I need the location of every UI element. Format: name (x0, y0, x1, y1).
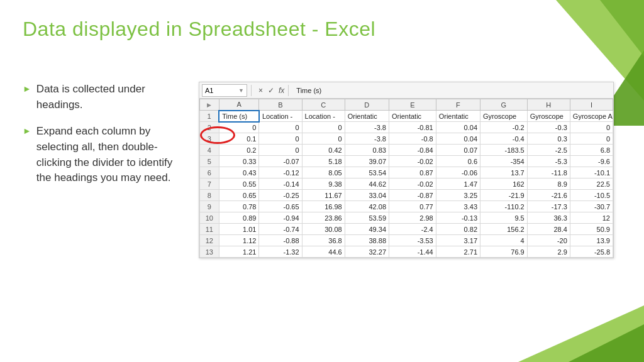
cell-data[interactable]: 0.82 (436, 224, 480, 235)
cell-data[interactable]: 42.08 (345, 201, 389, 212)
cell-data[interactable]: 1.12 (219, 235, 259, 246)
cell-data[interactable]: -11.8 (527, 167, 570, 178)
cell-data[interactable]: 0 (219, 122, 259, 133)
cell-data[interactable]: -17.3 (527, 201, 570, 212)
cell-data[interactable]: 1.01 (219, 224, 259, 235)
cell-data[interactable]: 49.34 (345, 224, 389, 235)
cell-data[interactable]: -5.3 (527, 156, 570, 167)
cell-data[interactable]: -183.5 (480, 145, 528, 156)
col-header-h[interactable]: H (527, 99, 570, 111)
row-num[interactable]: 6 (200, 167, 219, 178)
confirm-icon[interactable]: ✓ (266, 86, 276, 95)
cell-b1[interactable]: Location - (259, 111, 302, 122)
row-num[interactable]: 9 (200, 201, 219, 212)
cell-data[interactable]: -30.7 (570, 201, 613, 212)
cell-data[interactable]: 32.27 (345, 246, 389, 258)
cell-data[interactable]: 0.65 (219, 190, 259, 201)
cell-g1[interactable]: Gyroscope (480, 111, 528, 122)
formula-content[interactable]: Time (s) (292, 87, 611, 94)
cell-data[interactable]: 13.9 (570, 235, 613, 246)
cell-data[interactable]: -0.02 (389, 156, 436, 167)
cell-data[interactable]: 2.98 (389, 212, 436, 224)
row-num[interactable]: 8 (200, 190, 219, 201)
cell-data[interactable]: -10.1 (570, 167, 613, 178)
cell-data[interactable]: -3.53 (389, 235, 436, 246)
cell-data[interactable]: -25.8 (570, 246, 613, 258)
cell-data[interactable]: 16.98 (302, 201, 345, 212)
cell-a1[interactable]: Time (s) (219, 111, 259, 122)
cell-data[interactable]: -0.25 (259, 190, 302, 201)
row-num[interactable]: 3 (200, 133, 219, 145)
col-header-e[interactable]: E (389, 99, 436, 111)
cell-data[interactable]: -0.87 (389, 190, 436, 201)
cell-data[interactable]: 4 (480, 235, 528, 246)
cell-data[interactable]: 1.47 (436, 178, 480, 190)
cell-data[interactable]: -0.81 (389, 122, 436, 133)
cell-data[interactable]: 0.83 (345, 145, 389, 156)
cell-data[interactable]: 0 (302, 122, 345, 133)
cell-data[interactable]: 1.21 (219, 246, 259, 258)
cell-data[interactable]: -1.32 (259, 246, 302, 258)
cell-data[interactable]: 0.3 (527, 133, 570, 145)
cell-data[interactable]: -0.14 (259, 178, 302, 190)
cell-data[interactable]: -0.12 (259, 167, 302, 178)
cell-data[interactable]: 0 (302, 133, 345, 145)
cell-e1[interactable]: Orientatic (389, 111, 436, 122)
cell-data[interactable]: -21.9 (480, 190, 528, 201)
col-header-i[interactable]: I (570, 99, 613, 111)
row-num[interactable]: 5 (200, 156, 219, 167)
cell-data[interactable]: 36.3 (527, 212, 570, 224)
cell-data[interactable]: 8.05 (302, 167, 345, 178)
row-num[interactable]: 2 (200, 122, 219, 133)
cell-data[interactable]: -0.65 (259, 201, 302, 212)
col-header-g[interactable]: G (480, 99, 528, 111)
cell-data[interactable]: 28.4 (527, 224, 570, 235)
cell-data[interactable]: -0.84 (389, 145, 436, 156)
cell-data[interactable]: -3.8 (345, 122, 389, 133)
cell-data[interactable]: 53.54 (345, 167, 389, 178)
cell-data[interactable]: 0.55 (219, 178, 259, 190)
cell-data[interactable]: 13.7 (480, 167, 528, 178)
cell-data[interactable]: 156.2 (480, 224, 528, 235)
cell-data[interactable]: 0.04 (436, 133, 480, 145)
cell-data[interactable]: -1.44 (389, 246, 436, 258)
cell-data[interactable]: -0.02 (389, 178, 436, 190)
cell-data[interactable]: 0.43 (219, 167, 259, 178)
cell-data[interactable]: 9.5 (480, 212, 528, 224)
cell-data[interactable]: 50.9 (570, 224, 613, 235)
cell-data[interactable]: -10.5 (570, 190, 613, 201)
col-header-c[interactable]: C (302, 99, 345, 111)
cell-data[interactable]: -0.94 (259, 212, 302, 224)
cell-data[interactable]: -0.4 (480, 133, 528, 145)
cell-data[interactable]: 53.59 (345, 212, 389, 224)
row-num[interactable]: 13 (200, 246, 219, 258)
cell-data[interactable]: 0.78 (219, 201, 259, 212)
cell-data[interactable]: 39.07 (345, 156, 389, 167)
cell-data[interactable]: -0.3 (527, 122, 570, 133)
cell-f1[interactable]: Orientatic (436, 111, 480, 122)
cell-data[interactable]: -2.4 (389, 224, 436, 235)
cell-data[interactable]: -354 (480, 156, 528, 167)
cell-data[interactable]: 0.87 (389, 167, 436, 178)
cell-data[interactable]: 11.67 (302, 190, 345, 201)
row-num[interactable]: 7 (200, 178, 219, 190)
cell-data[interactable]: 22.5 (570, 178, 613, 190)
cell-data[interactable]: 0.42 (302, 145, 345, 156)
cell-data[interactable]: 6.8 (570, 145, 613, 156)
cell-data[interactable]: 0 (259, 133, 302, 145)
cell-data[interactable]: -0.13 (436, 212, 480, 224)
cell-data[interactable]: 23.86 (302, 212, 345, 224)
cell-data[interactable]: 0 (259, 145, 302, 156)
cell-data[interactable]: 3.25 (436, 190, 480, 201)
row-num[interactable]: 10 (200, 212, 219, 224)
cell-data[interactable]: 3.43 (436, 201, 480, 212)
cell-data[interactable]: -9.6 (570, 156, 613, 167)
cell-data[interactable]: -3.8 (345, 133, 389, 145)
cancel-icon[interactable]: × (257, 86, 265, 95)
cell-h1[interactable]: Gyroscope (527, 111, 570, 122)
cell-data[interactable]: -0.06 (436, 167, 480, 178)
cell-data[interactable]: 3.17 (436, 235, 480, 246)
cell-data[interactable]: 30.08 (302, 224, 345, 235)
row-num[interactable]: 4 (200, 145, 219, 156)
cell-data[interactable]: -0.74 (259, 224, 302, 235)
